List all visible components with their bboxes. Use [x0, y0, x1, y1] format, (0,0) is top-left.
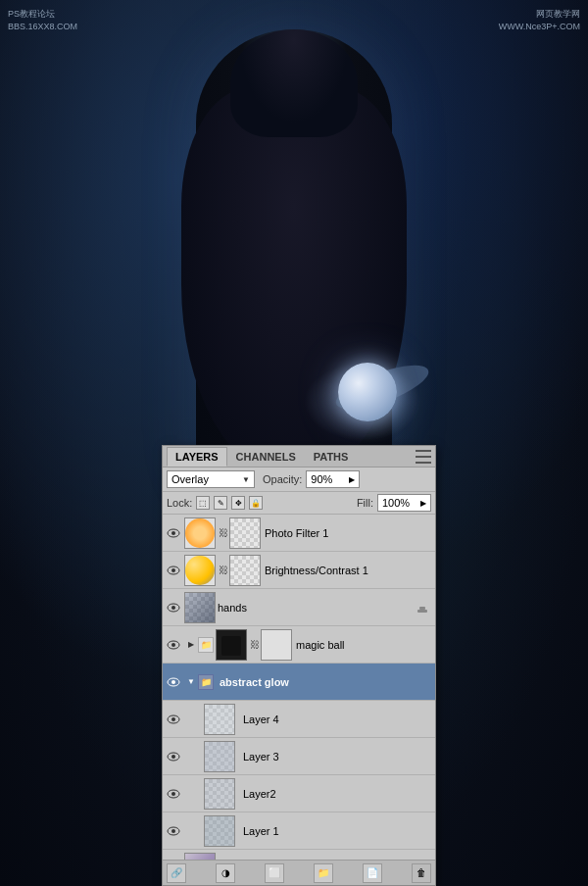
group-icon-magic-ball: 📁	[198, 637, 214, 653]
layer-row-layer1[interactable]: Layer 1	[163, 812, 435, 850]
eye-icon-magic-ball[interactable]	[165, 636, 182, 654]
panel-menu-icon[interactable]	[416, 450, 431, 464]
layer-row-galaxy[interactable]: galaxy	[163, 850, 435, 860]
svg-point-5	[172, 606, 175, 610]
layer-thumb-photo-filter	[184, 517, 216, 549]
lock-move-icon[interactable]: ✥	[231, 496, 245, 510]
blend-row: Overlay ▼ Opacity: 90% ▶	[163, 468, 435, 492]
lock-row: Lock: ⬚ ✎ ✥ 🔒 Fill: 100% ▶	[163, 492, 435, 515]
layer-thumb-layer1	[204, 815, 235, 847]
eye-icon-brightness[interactable]	[165, 562, 182, 579]
layer-row-layer3[interactable]: Layer 3	[163, 738, 435, 775]
tab-layers[interactable]: LAYERS	[167, 447, 227, 467]
layer-name-layer3: Layer 3	[243, 751, 433, 763]
lock-paint-icon[interactable]: ✎	[214, 496, 227, 510]
layers-panel: LAYERS CHANNELS PATHS Overlay ▼ Opacity:…	[162, 445, 436, 886]
eye-icon-abstract-glow[interactable]	[165, 673, 182, 691]
watermark-top-left: PS教程论坛 BBS.16XX8.COM	[8, 8, 77, 32]
layer-thumb-galaxy	[184, 853, 216, 861]
layer-row-hands[interactable]: hands	[163, 589, 435, 626]
layer-row-brightness-contrast-1[interactable]: ⛓ Brightness/Contrast 1	[163, 552, 435, 589]
layer-mask-brightness	[229, 555, 261, 586]
eye-icon-galaxy[interactable]	[165, 860, 182, 861]
layer-name-abstract-glow: abstract glow	[220, 676, 433, 688]
layer-name-hands: hands	[218, 602, 414, 614]
svg-point-19	[172, 829, 175, 833]
layer-thumb-magic-ball	[216, 629, 247, 661]
fill-arrow: ▶	[420, 499, 426, 508]
magic-ball-visual	[338, 363, 397, 421]
layer-name-brightness: Brightness/Contrast 1	[265, 565, 433, 576]
layer-thumb-hands	[184, 592, 216, 623]
eye-icon-layer1[interactable]	[165, 822, 182, 840]
svg-rect-6	[417, 610, 427, 613]
svg-point-17	[172, 792, 175, 796]
add-mask-button[interactable]: ⬜	[265, 863, 284, 883]
expand-arrow-abstract-glow[interactable]: ▼	[184, 675, 198, 689]
svg-point-3	[172, 568, 175, 572]
layer-row-layer4[interactable]: Layer 4	[163, 701, 435, 738]
svg-point-11	[172, 680, 175, 684]
layer-name-magic-ball: magic ball	[296, 639, 433, 651]
eye-icon-layer4[interactable]	[165, 711, 182, 728]
layer-name-layer2: Layer2	[243, 788, 433, 800]
fill-input[interactable]: 100% ▶	[377, 494, 431, 512]
tab-paths[interactable]: PATHS	[305, 447, 358, 467]
layer-row-magic-ball[interactable]: ▶ 📁 ⛓ magic ball	[163, 626, 435, 664]
panel-footer: 🔗 ◑ ⬜ 📁 📄 🗑	[163, 860, 435, 885]
layer-thumb-layer3	[204, 741, 235, 772]
blend-mode-arrow: ▼	[242, 475, 250, 484]
eye-icon-layer3[interactable]	[165, 748, 182, 765]
layer-row-layer2[interactable]: Layer2	[163, 775, 435, 812]
svg-point-13	[172, 717, 175, 721]
new-group-button[interactable]: 📁	[314, 863, 333, 883]
lock-all-icon[interactable]: 🔒	[249, 496, 263, 510]
layer-mask-photo-filter	[229, 517, 261, 549]
layer-name-layer1: Layer 1	[243, 825, 433, 837]
new-layer-button[interactable]: 📄	[363, 863, 382, 883]
panel-tabs: LAYERS CHANNELS PATHS	[163, 446, 435, 468]
svg-point-9	[172, 643, 175, 647]
chain-icon-magic-ball: ⛓	[249, 639, 261, 650]
delete-layer-button[interactable]: 🗑	[412, 863, 431, 883]
opacity-label: Opacity:	[263, 473, 302, 485]
watermark-top-right: 网页教学网 WWW.Nce3P+.COM	[499, 8, 580, 32]
add-adjustment-button[interactable]: ◑	[216, 863, 235, 883]
svg-point-15	[172, 755, 175, 759]
eye-icon-hands[interactable]	[165, 599, 182, 616]
eye-icon-layer2[interactable]	[165, 785, 182, 803]
layer-thumb-layer4	[204, 704, 235, 735]
layer-mask-magic-ball	[261, 629, 292, 661]
chain-icon-brightness: ⛓	[218, 565, 229, 575]
blend-mode-select[interactable]: Overlay ▼	[167, 470, 255, 488]
layer-right-icon-hands	[414, 599, 431, 616]
figure-hood	[230, 29, 358, 137]
chain-icon-photo-filter: ⛓	[218, 527, 229, 538]
layer-thumb-brightness	[184, 555, 216, 586]
layer-row-abstract-glow[interactable]: ▼ 📁 abstract glow	[163, 664, 435, 701]
svg-rect-7	[419, 607, 425, 610]
link-layers-button[interactable]: 🔗	[167, 863, 186, 883]
layer-name-photo-filter: Photo Filter 1	[265, 527, 433, 539]
layer-name-layer4: Layer 4	[243, 714, 433, 725]
group-icon-abstract-glow: 📁	[198, 674, 214, 690]
lock-label: Lock:	[167, 497, 192, 509]
lock-transparent-icon[interactable]: ⬚	[196, 496, 210, 510]
expand-arrow-magic-ball[interactable]: ▶	[184, 638, 198, 652]
layers-list: ⛓ Photo Filter 1 ⛓ Brightness/Contrast 1	[163, 515, 435, 860]
opacity-arrow: ▶	[349, 475, 355, 484]
layer-thumb-layer2	[204, 778, 235, 810]
layer-row-photo-filter-1[interactable]: ⛓ Photo Filter 1	[163, 515, 435, 552]
fill-label: Fill:	[357, 497, 373, 509]
eye-icon-photo-filter[interactable]	[165, 524, 182, 542]
opacity-input[interactable]: 90% ▶	[306, 470, 360, 488]
svg-point-1	[172, 531, 175, 535]
tab-channels[interactable]: CHANNELS	[227, 447, 305, 467]
